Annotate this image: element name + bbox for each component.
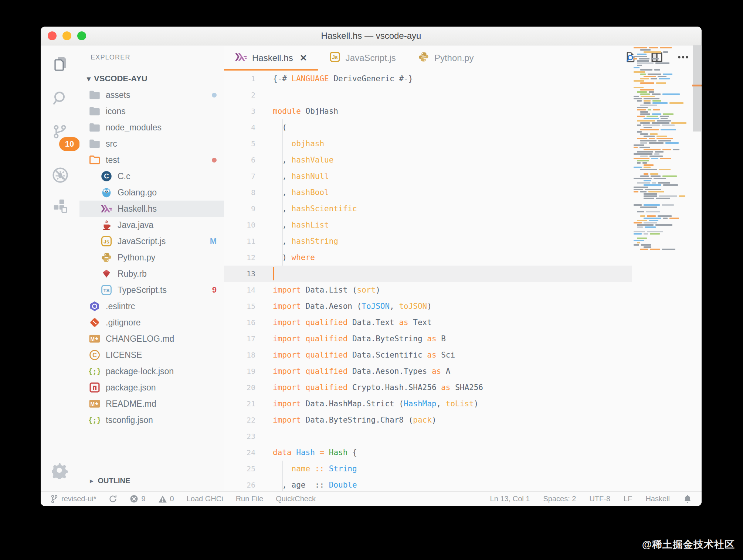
code-text: name :: String [273,461,357,477]
minimap-line [634,71,645,73]
file-badge: M [210,236,217,246]
code-line[interactable]: 14import Data.List (sort) [224,282,702,298]
tab-python-py[interactable]: Python.py [407,45,485,71]
minimap-line [640,122,650,124]
tree-item-readme-md[interactable]: MREADME.md [79,396,224,412]
status-encoding[interactable]: UTF-8 [589,495,610,503]
scrollbar-handle[interactable] [693,45,701,132]
status-quickcheck[interactable]: QuickCheck [276,495,316,503]
tree-item-package-lock-json[interactable]: {;}package-lock.json [79,363,224,379]
tree-item-icons[interactable]: icons [79,103,224,119]
tab-label: Python.py [434,53,474,63]
minimap-line [640,249,648,250]
code-line[interactable]: 17import qualified Data.ByteString as B [224,331,702,347]
minimap-line [647,215,656,217]
minimap-line [643,124,660,126]
extensions-icon[interactable] [41,198,79,215]
code-line[interactable]: 21import Data.HashMap.Strict (HashMap, t… [224,396,702,412]
code-line[interactable]: 24data Hash = Hash { [224,444,702,461]
line-number: 5 [224,136,255,152]
status-errors[interactable]: 9 [130,495,145,503]
debug-disabled-icon[interactable] [41,166,79,184]
code-text: , hashBool [273,184,329,201]
code-line[interactable]: 22import Data.ByteString.Char8 (pack) [224,412,702,428]
status-bar: revised-ui*90Load GHCiRun FileQuickCheck… [41,491,702,506]
status-run-file[interactable]: Run File [236,495,263,503]
code-line[interactable]: 2 [224,87,702,103]
minimap[interactable] [632,45,691,492]
code-line[interactable]: 3module ObjHash [224,103,702,119]
svg-text:TS: TS [104,288,110,293]
code-line[interactable]: 7 , hashNull [224,168,702,184]
code-line[interactable]: 15import Data.Aeson (ToJSON, toJSON) [224,298,702,314]
code-line[interactable]: 13 [224,266,702,282]
minimize-window-button[interactable] [62,31,71,40]
zoom-window-button[interactable] [77,31,86,40]
tree-root-folder[interactable]: ▾ VSCODE-AYU [79,71,224,87]
minimap-line [637,211,644,212]
status-sync[interactable] [109,495,117,503]
editor-scrollbar[interactable] [692,45,702,492]
tree-item-changelog-md[interactable]: MCHANGELOG.md [79,331,224,347]
tree-item-javascript-js[interactable]: JsJavaScript.jsM [79,233,224,249]
status-language-mode[interactable]: Haskell [645,495,670,503]
status-warnings[interactable]: 0 [158,495,174,503]
code-editor[interactable]: 1{-# LANGUAGE DeriveGeneric #-}23module … [224,71,702,492]
code-line[interactable]: 25 name :: String [224,461,702,477]
tree-item-label: Ruby.rb [118,269,147,279]
tree-item-tsconfig-json[interactable]: {;}tsconfig.json [79,412,224,428]
close-tab-icon[interactable]: ✕ [300,53,307,63]
status-eol[interactable]: LF [624,495,632,503]
tree-item-test[interactable]: test [79,152,224,168]
code-line[interactable]: 6 , hashValue [224,152,702,168]
code-line[interactable]: 10 , hashList [224,217,702,233]
tree-item-golang-go[interactable]: Golang.go [79,184,224,201]
tree-item-src[interactable]: src [79,136,224,152]
status-notifications[interactable] [683,494,692,504]
status-indentation[interactable]: Spaces: 2 [543,495,576,503]
code-line[interactable]: 23 [224,428,702,444]
tree-item-license[interactable]: CLICENSE [79,347,224,363]
tab-haskell-hs[interactable]: Haskell.hs✕ [224,45,318,71]
settings-gear-icon[interactable] [41,462,79,479]
close-window-button[interactable] [48,31,57,40]
outline-section-header[interactable]: ▸ OUTLINE [79,472,224,489]
code-line[interactable]: 11 , hashString [224,233,702,249]
tree-item-c-c[interactable]: CC.c [79,168,224,184]
code-line[interactable]: 8 , hashBool [224,184,702,201]
minimap-line [634,98,642,99]
code-line[interactable]: 12 ) where [224,249,702,266]
tree-item-haskell-hs[interactable]: Haskell.hs [79,201,224,217]
svg-text:Js: Js [332,55,338,60]
tree-item-assets[interactable]: assets [79,87,224,103]
code-line[interactable]: 9 , hashScientific [224,201,702,217]
minimap-line [637,160,649,161]
code-line[interactable]: 1{-# LANGUAGE DeriveGeneric #-} [224,71,702,87]
current-line-highlight [224,266,632,282]
line-number: 11 [224,233,255,249]
tree-item-python-py[interactable]: Python.py [79,249,224,266]
tree-item-typescript-ts[interactable]: TSTypeScript.ts9 [79,282,224,298]
tree-item-gitignore[interactable]: .gitignore [79,314,224,331]
code-line[interactable]: 18import qualified Data.Scientific as Sc… [224,347,702,363]
source-control-icon[interactable]: 10 [41,124,79,141]
tree-item-package-json[interactable]: package.json [79,379,224,396]
status-load-ghci[interactable]: Load GHCi [187,495,223,503]
code-line[interactable]: 26 , age :: Double [224,477,702,492]
search-icon[interactable] [41,89,79,107]
code-line[interactable]: 19import qualified Data.Aeson.Types as A [224,363,702,379]
code-line[interactable]: 4 ( [224,119,702,136]
tree-item-node-modules[interactable]: node_modules [79,119,224,136]
status-label: LF [624,495,632,503]
code-line[interactable]: 5 objhash [224,136,702,152]
status-cursor-position[interactable]: Ln 13, Col 1 [490,495,530,503]
tree-item-ruby-rb[interactable]: Ruby.rb [79,266,224,282]
status-branch[interactable]: revised-ui* [50,495,96,503]
tree-item-eslintrc[interactable]: .eslintrc [79,298,224,314]
code-line[interactable]: 16import qualified Data.Text as Text [224,314,702,331]
tab-javascript-js[interactable]: JsJavaScript.js [318,45,407,71]
explorer-icon[interactable] [41,55,79,72]
tree-item-java-java[interactable]: Java.java [79,217,224,233]
code-line[interactable]: 20import qualified Crypto.Hash.SHA256 as… [224,379,702,396]
minimap-line [648,109,651,110]
